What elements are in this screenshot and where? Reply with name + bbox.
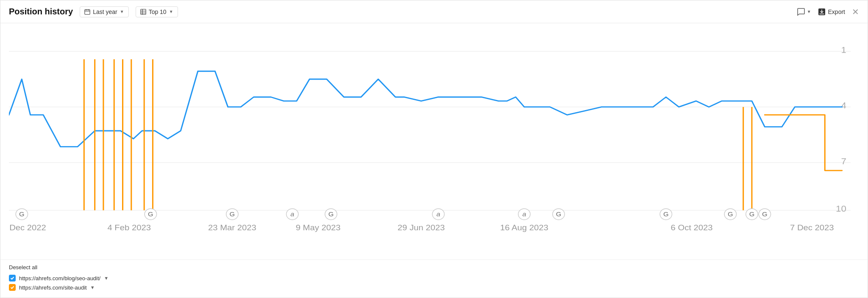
svg-text:G: G xyxy=(762,210,768,217)
svg-text:G: G xyxy=(19,210,25,217)
svg-text:17 Dec 2022: 17 Dec 2022 xyxy=(9,223,46,232)
svg-text:G: G xyxy=(749,210,755,217)
svg-text:4 Feb 2023: 4 Feb 2023 xyxy=(107,223,150,232)
svg-rect-4 xyxy=(141,9,146,14)
svg-text:6 Oct 2023: 6 Oct 2023 xyxy=(671,223,713,232)
svg-text:7 Dec 2023: 7 Dec 2023 xyxy=(790,223,834,232)
legend-checkbox-2[interactable] xyxy=(9,284,16,291)
svg-text:G: G xyxy=(556,210,562,217)
position-chart: 1 4 7 10 G xyxy=(9,28,851,234)
top-filter-label: Top 10 xyxy=(149,8,167,15)
export-button[interactable]: Export xyxy=(818,8,845,16)
top-filter-control[interactable]: Top 10 ▼ xyxy=(136,6,178,17)
legend-item-2[interactable]: https://ahrefs.com/site-audit ▼ xyxy=(9,284,859,291)
svg-text:a: a xyxy=(290,210,294,217)
svg-text:G: G xyxy=(148,210,153,217)
date-range-control[interactable]: Last year ▼ xyxy=(80,6,129,17)
svg-text:9 May 2023: 9 May 2023 xyxy=(296,223,341,232)
legend-dropdown-2[interactable]: ▼ xyxy=(90,285,95,290)
svg-text:16 Aug 2023: 16 Aug 2023 xyxy=(500,223,548,232)
calendar-icon xyxy=(84,9,90,15)
top-filter-chevron: ▼ xyxy=(169,9,173,14)
export-icon xyxy=(818,8,826,16)
svg-text:G: G xyxy=(728,210,733,217)
date-range-label: Last year xyxy=(93,8,117,15)
chart-area: 1 4 7 10 G xyxy=(0,23,868,259)
svg-text:G: G xyxy=(328,210,334,217)
checkmark-icon-2 xyxy=(10,285,14,290)
export-label: Export xyxy=(828,8,845,15)
position-history-panel: Position history Last year ▼ Top 10 ▼ xyxy=(0,0,868,298)
svg-text:a: a xyxy=(437,210,440,217)
svg-text:G: G xyxy=(230,210,235,217)
comment-chevron: ▼ xyxy=(807,9,811,14)
comment-button[interactable]: ▼ xyxy=(797,8,811,16)
svg-text:10: 10 xyxy=(836,204,846,214)
svg-text:1: 1 xyxy=(841,45,846,55)
svg-text:23 Mar 2023: 23 Mar 2023 xyxy=(208,223,256,232)
legend-area: Deselect all https://ahrefs.com/blog/seo… xyxy=(0,259,868,298)
header-right: ▼ Export ✕ xyxy=(797,8,859,16)
svg-text:7: 7 xyxy=(841,157,846,166)
panel-header: Position history Last year ▼ Top 10 ▼ xyxy=(0,0,868,23)
svg-text:a: a xyxy=(522,210,526,217)
legend-checkbox-1[interactable] xyxy=(9,275,16,281)
legend-item-1[interactable]: https://ahrefs.com/blog/seo-audit/ ▼ xyxy=(9,275,859,281)
date-range-chevron: ▼ xyxy=(120,9,124,14)
svg-text:G: G xyxy=(663,210,669,217)
table-icon xyxy=(140,9,146,15)
deselect-all-button[interactable]: Deselect all xyxy=(9,264,859,270)
close-button[interactable]: ✕ xyxy=(852,8,859,16)
legend-dropdown-1[interactable]: ▼ xyxy=(104,276,108,281)
legend-items: https://ahrefs.com/blog/seo-audit/ ▼ htt… xyxy=(9,275,859,291)
panel-title: Position history xyxy=(9,7,73,17)
svg-text:4: 4 xyxy=(841,101,846,110)
svg-rect-0 xyxy=(85,9,90,14)
checkmark-icon-1 xyxy=(10,276,14,280)
svg-text:29 Jun 2023: 29 Jun 2023 xyxy=(398,223,445,232)
legend-url-1: https://ahrefs.com/blog/seo-audit/ xyxy=(19,275,100,281)
comment-icon xyxy=(797,8,805,16)
legend-url-2: https://ahrefs.com/site-audit xyxy=(19,284,87,291)
